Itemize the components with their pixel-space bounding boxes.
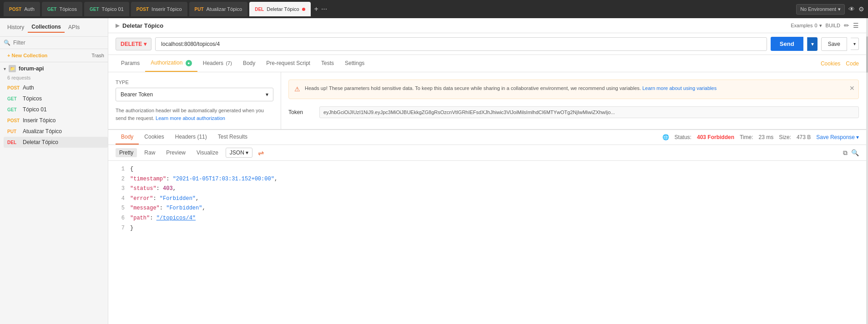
filter-input[interactable]	[13, 40, 104, 46]
request-line: DELETE ▾ Send ▾ Save ▾	[108, 33, 866, 55]
edit-icon[interactable]: ✏	[844, 22, 849, 29]
sidebar-tab-collections[interactable]: Collections	[28, 22, 65, 33]
res-tab-headers[interactable]: Headers (11)	[170, 130, 212, 145]
copy-icon[interactable]: ⧉	[843, 149, 848, 157]
tab-tests[interactable]: Tests	[316, 55, 339, 72]
document-icon[interactable]: ☰	[853, 22, 859, 29]
tab-deletar[interactable]: DEL Deletar Tópico	[249, 2, 310, 16]
path-link[interactable]: "/topicos/4"	[156, 215, 196, 221]
scrollbar[interactable]	[866, 18, 868, 324]
breadcrumb-actions: Examples 0 ▾ BUILD ✏ ☰	[791, 22, 859, 29]
size-label: Size:	[779, 134, 791, 140]
trash-button[interactable]: Trash	[91, 53, 104, 58]
url-input[interactable]	[155, 37, 767, 51]
breadcrumb: ▶ Deletar Tópico Examples 0 ▾ BUILD ✏ ☰	[108, 18, 866, 33]
format-tab-raw[interactable]: Raw	[141, 148, 159, 157]
unsaved-dot	[302, 8, 305, 11]
examples-button[interactable]: Examples 0 ▾	[791, 23, 822, 29]
collection-count: 6 requests	[0, 75, 108, 82]
collection-icon: 📁	[9, 65, 16, 72]
close-icon[interactable]: ✕	[849, 84, 855, 93]
sidebar-item-auth[interactable]: POST Auth	[4, 82, 108, 93]
chevron-down-icon: ▾	[266, 91, 268, 98]
tab-headers[interactable]: Headers (7)	[197, 55, 237, 72]
format-type-selector[interactable]: JSON ▾	[226, 148, 252, 158]
time-label: Time:	[740, 134, 753, 140]
tab-pre-request[interactable]: Pre-request Script	[261, 55, 316, 72]
res-tab-test-results[interactable]: Test Results	[212, 130, 253, 145]
tab-params[interactable]: Params	[116, 55, 145, 72]
sidebar-item-deletar[interactable]: DEL Deletar Tópico	[4, 137, 108, 148]
save-dropdown-button[interactable]: ▾	[851, 38, 859, 50]
tab-atualizar[interactable]: PUT Atualizar Tópico	[189, 2, 248, 16]
tab-inserir[interactable]: POST Inserir Tópico	[131, 2, 187, 16]
cookies-link[interactable]: Cookies	[821, 60, 840, 67]
more-tabs-icon[interactable]: ···	[321, 5, 327, 13]
sidebar-item-atualizar[interactable]: PUT Atualizar Tópico	[4, 126, 108, 137]
tab-label: Tópico 01	[102, 6, 124, 12]
tab-topicos[interactable]: GET Tópicos	[42, 2, 82, 16]
content-area: ▶ Deletar Tópico Examples 0 ▾ BUILD ✏ ☰ …	[108, 18, 866, 324]
env-selector[interactable]: No Environment ▾	[796, 4, 845, 15]
method-selector[interactable]: DELETE ▾	[116, 38, 151, 50]
sidebar: History Collections APIs 🔍 + New Collect…	[0, 18, 108, 324]
tab-topico01[interactable]: GET Tópico 01	[84, 2, 129, 16]
code-link[interactable]: Code	[846, 60, 859, 67]
tab-actions: + ···	[314, 5, 328, 13]
token-value[interactable]: eyJhbGciOiJIUzI1NiJ9.eyJpc3MiOiJBUEkkgZG…	[319, 106, 859, 118]
type-selector[interactable]: Bearer Token ▾	[116, 88, 273, 101]
sidebar-tab-apis[interactable]: APIs	[65, 22, 83, 32]
env-label: No Environment	[800, 6, 836, 12]
send-dropdown-button[interactable]: ▾	[807, 37, 818, 51]
req-tabs-right: Cookies Code	[821, 60, 859, 67]
scrollbar-thumb[interactable]	[866, 36, 868, 73]
time-value: 23 ms	[759, 134, 774, 140]
save-button[interactable]: Save	[821, 37, 847, 51]
sidebar-tab-history[interactable]: History	[4, 22, 28, 32]
request-name: Inserir Tópico	[23, 117, 56, 124]
type-value: Bearer Token	[121, 91, 153, 98]
tab-auth[interactable]: POST Auth	[4, 2, 40, 16]
res-tab-cookies[interactable]: Cookies	[139, 130, 169, 145]
request-name: Tópico 01	[23, 106, 47, 113]
add-tab-icon[interactable]: +	[314, 5, 318, 13]
filter-bar: 🔍	[0, 37, 108, 49]
tab-authorization[interactable]: Authorization ●	[145, 55, 197, 72]
build-button[interactable]: BUILD	[826, 23, 840, 28]
examples-count: 0	[814, 23, 817, 28]
chevron-down-icon: ▾	[144, 41, 146, 47]
gear-icon[interactable]: ⚙	[858, 5, 864, 13]
format-tab-preview[interactable]: Preview	[162, 148, 189, 157]
tab-body[interactable]: Body	[237, 55, 261, 72]
auth-learn-more-link[interactable]: Learn more about authorization	[156, 115, 225, 121]
tab-settings[interactable]: Settings	[339, 55, 370, 72]
eye-icon[interactable]: 👁	[848, 5, 855, 13]
format-type-value: JSON	[230, 150, 244, 156]
tab-label: Deletar Tópico	[267, 6, 299, 12]
response-section: Body Cookies Headers (11) Test Results 🌐…	[108, 130, 866, 324]
main-layout: History Collections APIs 🔍 + New Collect…	[0, 18, 868, 324]
send-button[interactable]: Send	[771, 37, 803, 51]
collection-header[interactable]: ▾ 📁 forum-api	[0, 62, 108, 75]
sidebar-item-inserir[interactable]: POST Inserir Tópico	[4, 115, 108, 126]
res-tab-body[interactable]: Body	[116, 130, 139, 145]
chevron-down-icon: ▾	[246, 150, 248, 156]
format-tab-visualize[interactable]: Visualize	[193, 148, 222, 157]
wrap-icon[interactable]: ⇌	[258, 149, 264, 157]
right-bar: No Environment ▾ 👁 ⚙	[796, 4, 864, 15]
method-badge: POST	[136, 7, 149, 12]
save-response-button[interactable]: Save Response ▾	[816, 134, 859, 140]
search-icon: 🔍	[4, 40, 10, 46]
alert-text: Heads up! These parameters hold sensitiv…	[305, 85, 717, 92]
variables-learn-more-link[interactable]: Learn more about using variables	[642, 85, 717, 91]
page-title: Deletar Tópico	[122, 22, 163, 29]
code-line-5: 5 "message": "Forbidden",	[116, 204, 859, 214]
search-icon[interactable]: 🔍	[851, 149, 859, 157]
code-line-2: 2 "timestamp": "2021-01-05T17:03:31.152+…	[116, 174, 859, 184]
status-value: 403 Forbidden	[697, 134, 734, 140]
new-collection-button[interactable]: + New Collection	[4, 51, 51, 60]
sidebar-item-topicos[interactable]: GET Tópicos	[4, 93, 108, 104]
sidebar-item-topico01[interactable]: GET Tópico 01	[4, 104, 108, 115]
format-tab-pretty[interactable]: Pretty	[116, 148, 137, 157]
chevron-down-icon: ▾	[856, 134, 859, 140]
